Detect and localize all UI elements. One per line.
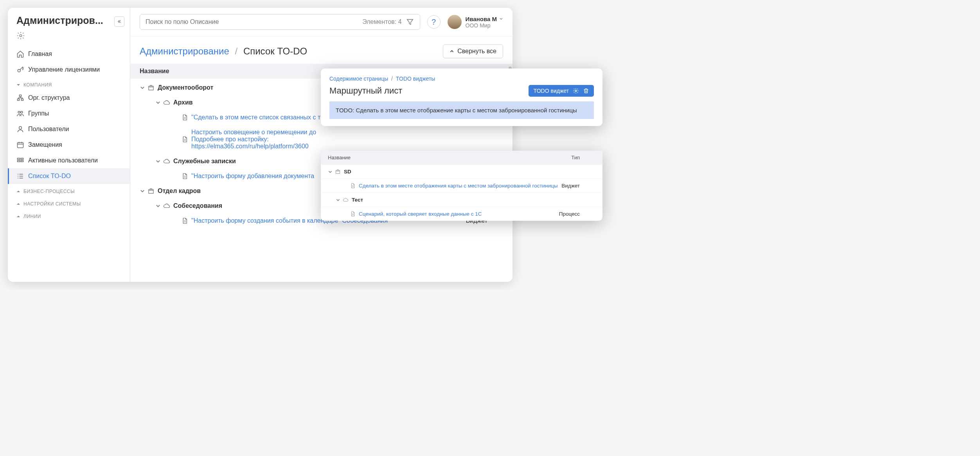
filter-icon[interactable]: [406, 18, 414, 26]
row-type: Процесс: [559, 211, 595, 217]
chevron-down-icon[interactable]: [140, 188, 145, 194]
document-icon: [181, 173, 188, 180]
panel-bc-2[interactable]: TODO виджеты: [396, 76, 435, 82]
document-icon: [181, 217, 188, 224]
user-menu[interactable]: Иванова М ООО Мир: [448, 15, 503, 29]
nav-label: Пользователи: [28, 126, 69, 133]
home-icon: [16, 50, 24, 58]
sidebar-item-org[interactable]: Орг. структура: [8, 90, 130, 106]
row-label: Сделать в этом месте отображения карты с…: [359, 183, 561, 189]
user-name: Иванова М: [466, 16, 503, 22]
svg-point-5: [18, 111, 20, 113]
chevron-up-icon: [450, 49, 454, 54]
nav-label: Главная: [28, 50, 52, 58]
sidebar-item-active-users[interactable]: Активные пользователи: [8, 153, 130, 168]
svg-point-1: [18, 69, 20, 72]
panel-title: Маршрутный лист: [329, 86, 402, 96]
caret-up-icon: [16, 189, 20, 193]
panel2-col-name: Название: [328, 155, 571, 160]
breadcrumb-root[interactable]: Администрирование: [140, 46, 229, 56]
svg-rect-8: [18, 142, 23, 148]
chevron-down-icon[interactable]: [336, 198, 340, 202]
sidebar-section-processes[interactable]: БИЗНЕС-ПРОЦЕССЫ: [8, 184, 130, 196]
avatar: [448, 15, 462, 29]
section-label: КОМПАНИЯ: [23, 82, 52, 88]
svg-rect-13: [149, 86, 153, 90]
svg-point-7: [19, 126, 22, 129]
sidebar-item-home[interactable]: Главная: [8, 46, 130, 62]
breadcrumb-separator: /: [235, 46, 238, 56]
svg-rect-9: [18, 158, 20, 159]
cloud-icon: [343, 197, 349, 203]
chevron-down-icon[interactable]: [328, 169, 333, 174]
caret-down-icon: [16, 83, 20, 87]
section-label: НАСТРОЙКИ СИСТЕМЫ: [23, 201, 81, 207]
search-input[interactable]: [146, 18, 362, 25]
gear-icon[interactable]: [573, 88, 579, 94]
groups-icon: [16, 110, 24, 117]
box-icon: [147, 84, 155, 91]
chevron-down-icon[interactable]: [140, 85, 145, 90]
chevron-down-icon[interactable]: [155, 159, 161, 164]
svg-point-6: [21, 111, 23, 113]
document-icon: [181, 114, 188, 121]
chevron-down-icon[interactable]: [155, 203, 161, 209]
nav-label: Управление лицензиями: [28, 66, 100, 73]
topbar: Элементов: 4 ? Иванова М ООО Мир: [130, 8, 512, 36]
chevron-down-icon[interactable]: [155, 100, 161, 105]
sidebar-section-company[interactable]: КОМПАНИЯ: [8, 78, 130, 90]
panel2-row[interactable]: SD: [321, 164, 602, 178]
svg-rect-14: [149, 189, 153, 193]
todo-widget-panel: Содержимое страницы / TODO виджеты Маршр…: [321, 68, 602, 126]
element-count: Элементов: 4: [362, 18, 405, 25]
calendar-icon: [16, 141, 24, 149]
user-icon: [16, 125, 24, 133]
help-button[interactable]: ?: [427, 15, 441, 29]
cloud-icon: [163, 99, 170, 106]
chevron-double-left-icon: [117, 20, 121, 23]
breadcrumb-current: Список TO-DO: [243, 46, 307, 56]
sidebar-item-todo-list[interactable]: Список TO-DO: [8, 168, 130, 184]
panel2-col-type: Тип: [571, 155, 595, 160]
row-label: Сценарий, который сверяет входные данные…: [359, 211, 559, 217]
svg-rect-12: [21, 160, 23, 162]
panel2-row[interactable]: Сделать в этом месте отображения карты с…: [321, 178, 602, 193]
row-type: Виджет: [561, 183, 595, 189]
chevron-down-icon: [499, 17, 503, 21]
search-box[interactable]: Элементов: 4: [140, 14, 420, 30]
panel-breadcrumb: Содержимое страницы / TODO виджеты: [329, 76, 594, 82]
trash-icon[interactable]: [583, 88, 589, 94]
svg-rect-2: [20, 95, 22, 97]
svg-rect-11: [21, 158, 23, 159]
collapse-all-button[interactable]: Свернуть все: [443, 44, 503, 58]
nav-label: Орг. структура: [28, 94, 70, 101]
sidebar-collapse-button[interactable]: [114, 16, 124, 27]
document-icon: [350, 183, 356, 189]
document-icon: [181, 136, 188, 143]
nav-label: Замещения: [28, 141, 62, 148]
svg-point-15: [575, 90, 577, 92]
breadcrumb: Администрирование / Список TO-DO: [140, 46, 307, 57]
sidebar-item-groups[interactable]: Группы: [8, 106, 130, 121]
tree-row[interactable]: Настроить оповещение о перемещении доПод…: [130, 125, 512, 154]
panel2-row[interactable]: Тест: [321, 193, 602, 207]
user-org: ООО Мир: [466, 22, 503, 29]
row-label: Настроить оповещение о перемещении доПод…: [191, 129, 503, 150]
svg-rect-10: [18, 160, 20, 162]
cloud-icon: [163, 202, 170, 209]
panel2-header: Название Тип: [321, 151, 602, 164]
sidebar-item-substitutions[interactable]: Замещения: [8, 137, 130, 153]
section-label: ЛИНИИ: [23, 214, 41, 219]
svg-point-0: [20, 34, 22, 37]
todo-widget-badge[interactable]: TODO виджет: [529, 85, 594, 97]
sidebar-item-users[interactable]: Пользователи: [8, 121, 130, 137]
gear-icon[interactable]: [16, 31, 25, 40]
sidebar-item-licenses[interactable]: Управление лицензиями: [8, 62, 130, 78]
breadcrumb-row: Администрирование / Список TO-DO Свернут…: [130, 36, 512, 64]
cloud-icon: [163, 158, 170, 165]
nav-label: Список TO-DO: [28, 173, 71, 180]
panel-bc-1[interactable]: Содержимое страницы: [329, 76, 388, 82]
sidebar-section-system[interactable]: НАСТРОЙКИ СИСТЕМЫ: [8, 196, 130, 209]
panel2-row[interactable]: Сценарий, который сверяет входные данные…: [321, 207, 602, 221]
sidebar-section-lines[interactable]: ЛИНИИ: [8, 209, 130, 222]
